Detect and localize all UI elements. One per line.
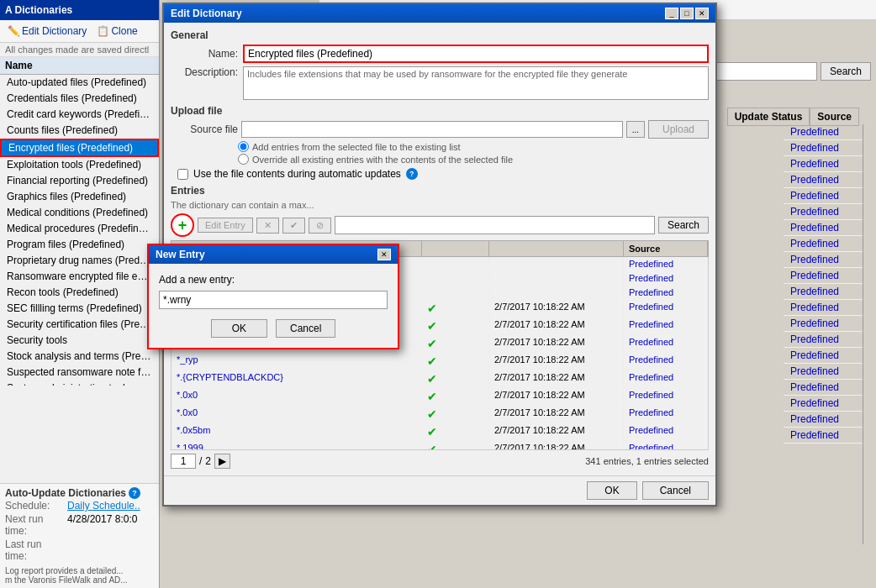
dict-list-item[interactable]: Program files (Predefined) <box>0 237 159 253</box>
dict-list-item[interactable]: Credit card keywords (Predefined) <box>0 107 159 123</box>
entry-check-cell <box>422 271 489 285</box>
new-entry-close-button[interactable]: ✕ <box>377 249 391 260</box>
panel-header-text: A Dictionaries <box>5 4 72 16</box>
entry-source-cell: Predefined <box>624 257 708 270</box>
add-entry-button[interactable]: + <box>171 213 194 237</box>
upload-title: Upload file <box>171 105 709 117</box>
dict-list-item[interactable]: Suspected ransomware note file na... <box>0 365 159 381</box>
next-run-value: 4/28/2017 8:0:0 <box>67 513 137 537</box>
entry-name-cell: *.0x0 <box>172 388 422 405</box>
dict-list-item[interactable]: Ransomware encrypted file extens... <box>0 269 159 285</box>
confirm-button[interactable]: ✔ <box>282 218 305 234</box>
page-separator: / <box>199 455 202 467</box>
cancel-button[interactable]: Cancel <box>642 481 709 500</box>
search-input[interactable] <box>716 62 817 81</box>
close-button[interactable]: ✕ <box>695 8 709 19</box>
decline-button[interactable]: ⊘ <box>309 218 331 234</box>
dict-list-item[interactable]: Medical conditions (Predefined) <box>0 205 159 221</box>
source-file-label: Source file <box>171 123 238 135</box>
dict-list-item[interactable]: System administration tools <box>0 381 159 386</box>
table-row[interactable]: *.0x0✔2/7/2017 10:18:22 AMPredefined <box>172 388 708 406</box>
entry-date-cell <box>489 286 624 299</box>
radio1-row: Add entries from the selected file to th… <box>238 141 709 152</box>
table-row[interactable]: *.{CRYPTENDBLACKDC}✔2/7/2017 10:18:22 AM… <box>172 370 708 388</box>
general-section-title: General <box>171 29 709 41</box>
dict-list-item[interactable]: Stock analysis and terms (Predefin... <box>0 349 159 365</box>
radio1-label: Add entries from the selected file to th… <box>252 142 461 152</box>
source-file-row: Source file ... Upload <box>171 120 709 139</box>
dict-list-item[interactable]: Security tools <box>0 333 159 349</box>
radio-override[interactable] <box>238 154 249 165</box>
table-row[interactable]: *.0x0✔2/7/2017 10:18:22 AMPredefined <box>172 406 708 423</box>
check-icon: ✔ <box>427 443 437 450</box>
entry-check-cell: ✔ <box>422 388 489 405</box>
entry-source-cell: Predefined <box>624 353 708 370</box>
entry-date-cell: 2/7/2017 10:18:22 AM <box>489 406 624 423</box>
dict-list-item[interactable]: SEC fillling terms (Predefined) <box>0 301 159 317</box>
dict-list-item[interactable]: Auto-updated files (Predefined) <box>0 75 159 91</box>
check-icon: ✔ <box>427 337 437 350</box>
check-icon: ✔ <box>427 372 437 386</box>
edit-entry-button[interactable]: Edit Entry <box>198 218 253 233</box>
browse-button[interactable]: ... <box>626 121 645 138</box>
maximize-button[interactable]: □ <box>680 8 694 19</box>
source-file-input[interactable] <box>241 121 623 138</box>
schedule-row: Schedule: Daily Schedule.. <box>5 499 154 512</box>
new-entry-title: New Entry <box>156 249 205 260</box>
source-column-headers: Update Status Source <box>727 108 859 126</box>
dict-list-item[interactable]: Graphics files (Predefined) <box>0 189 159 205</box>
auto-update-checkbox[interactable] <box>177 169 188 180</box>
next-run-row: Next run time: 4/28/2017 8:0:0 <box>5 512 154 538</box>
upload-button[interactable]: Upload <box>648 120 709 139</box>
ok-button[interactable]: OK <box>587 481 636 500</box>
entry-source-cell: Predefined <box>624 271 708 285</box>
clone-button[interactable]: 📋 Clone <box>92 23 141 39</box>
table-row[interactable]: *_ryp✔2/7/2017 10:18:22 AMPredefined <box>172 353 708 370</box>
delete-entry-button[interactable]: ✕ <box>256 218 279 234</box>
dict-list-item[interactable]: Counts files (Predefined) <box>0 123 159 139</box>
dict-list-item[interactable]: Financial reporting (Predefined) <box>0 173 159 189</box>
clone-label: Clone <box>111 25 137 37</box>
entry-source-cell: Predefined <box>624 441 708 450</box>
page-input[interactable] <box>171 454 196 469</box>
new-entry-cancel-button[interactable]: Cancel <box>276 319 335 338</box>
new-entry-input[interactable] <box>159 291 388 309</box>
checkbox-label: Use the file contents during automatic u… <box>193 168 401 180</box>
entries-toolbar: + Edit Entry ✕ ✔ ⊘ Search <box>171 213 709 237</box>
name-input[interactable] <box>243 45 709 63</box>
table-row[interactable]: *.1999✔2/7/2017 10:18:22 AMPredefined <box>172 441 708 450</box>
dict-list-item[interactable]: Security certification files (Predefi... <box>0 317 159 333</box>
table-row[interactable]: *.0x5bm✔2/7/2017 10:18:22 AMPredefined <box>172 423 708 441</box>
description-row: Description: Includes file extensions th… <box>171 66 709 100</box>
log-report-line1: Log report provides a detailed... <box>5 566 154 575</box>
edit-dictionary-button[interactable]: ✏️ Edit Dictionary <box>3 23 91 39</box>
dict-list-item[interactable]: Credentials files (Predefined) <box>0 91 159 107</box>
description-label: Description: <box>171 66 238 78</box>
next-page-button[interactable]: ▶ <box>214 454 230 469</box>
entries-search-button[interactable]: Search <box>658 217 709 234</box>
dict-list-item[interactable]: Exploitation tools (Predefined) <box>0 157 159 173</box>
new-entry-ok-button[interactable]: OK <box>211 319 267 338</box>
entry-date-cell: 2/7/2017 10:18:22 AM <box>489 335 624 352</box>
dict-list-item[interactable]: Proprietary drug names (Predefin... <box>0 253 159 269</box>
entry-source-header: Source <box>624 241 708 256</box>
entry-date-header <box>489 241 624 256</box>
description-textarea[interactable]: Includes file extensions that may be use… <box>243 66 709 100</box>
dict-list-item[interactable]: Recon tools (Predefined) <box>0 285 159 301</box>
auto-update-section: Auto-Update Dictionaries ? Schedule: Dai… <box>0 483 159 588</box>
radio-add[interactable] <box>238 141 249 152</box>
left-panel: A Dictionaries ✏️ Edit Dictionary 📋 Clon… <box>0 0 160 588</box>
search-button[interactable]: Search <box>821 62 871 81</box>
footer-info: 341 entries, 1 entries selected <box>585 456 709 466</box>
minimize-button[interactable]: _ <box>665 8 678 19</box>
dict-list-item[interactable]: Encrypted files (Predefined) <box>0 139 159 157</box>
page-total: 2 <box>205 455 211 467</box>
entries-search-input[interactable] <box>335 216 655 234</box>
entry-check-cell: ✔ <box>422 441 489 450</box>
dict-list-item[interactable]: Medical procedures (Predefined) <box>0 221 159 237</box>
schedule-link[interactable]: Daily Schedule.. <box>67 500 140 512</box>
radio2-row: Override all existing entries with the c… <box>238 154 709 165</box>
pagination: / 2 ▶ <box>171 454 230 469</box>
scrollbar[interactable] <box>863 124 876 544</box>
dictionary-list: Auto-updated files (Predefined)Credentia… <box>0 75 159 386</box>
